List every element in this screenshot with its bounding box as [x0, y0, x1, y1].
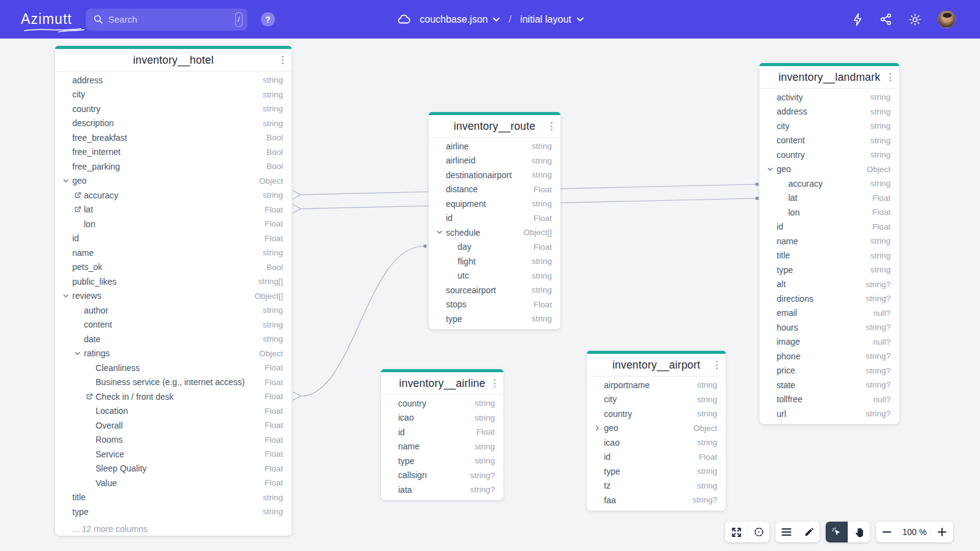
column-row[interactable]: citystring [55, 88, 292, 102]
column-row[interactable]: addressstring [760, 105, 899, 119]
column-row[interactable]: scheduleObject[] [429, 225, 560, 240]
column-row[interactable]: citystring [587, 392, 726, 407]
column-row[interactable]: sourceairportstring [429, 283, 560, 298]
table-header[interactable]: inventory__landmark [760, 66, 899, 89]
column-row[interactable]: descriptionstring [55, 116, 292, 131]
table-header[interactable]: inventory__airline [381, 372, 503, 395]
column-row[interactable]: ValueFloat [55, 476, 292, 490]
column-row[interactable]: directionsstring? [760, 291, 899, 306]
column-row[interactable]: imagenull? [760, 335, 899, 350]
share-icon[interactable] [880, 13, 892, 26]
column-row[interactable]: countrystring [381, 396, 503, 411]
column-row[interactable]: airportnamestring [587, 378, 726, 392]
column-row[interactable]: RoomsFloat [55, 433, 292, 448]
column-row[interactable]: geoObject [760, 162, 899, 177]
column-row[interactable]: countrystring [587, 407, 726, 421]
column-row[interactable]: icaostring [381, 411, 503, 425]
layout-selector[interactable]: initial layout [520, 14, 584, 25]
chevron-down-icon[interactable] [62, 293, 69, 299]
column-row[interactable]: citystring [760, 119, 899, 133]
table-header[interactable]: inventory__hotel [55, 49, 292, 72]
column-row[interactable]: emailnull? [760, 306, 899, 321]
table-header[interactable]: inventory__route [429, 115, 560, 138]
table-menu-button[interactable] [279, 53, 286, 67]
column-row[interactable]: accuracystring [55, 188, 292, 203]
column-row[interactable]: pets_okBool [55, 260, 292, 275]
search-box[interactable]: / [86, 9, 247, 31]
column-row[interactable]: namestring [55, 246, 292, 260]
table-menu-button[interactable] [548, 119, 555, 133]
column-row[interactable]: accuracystring [760, 176, 899, 191]
list-button[interactable] [775, 522, 797, 542]
column-row[interactable]: lonFloat [55, 217, 292, 231]
column-row[interactable]: Check in / front deskFloat [55, 389, 292, 404]
chevron-down-icon[interactable] [436, 229, 443, 236]
column-row[interactable]: public_likesstring[] [55, 274, 292, 289]
column-row[interactable]: latFloat [55, 203, 292, 217]
zoom-in-button[interactable] [931, 522, 953, 542]
column-row[interactable]: typestring [429, 312, 560, 326]
user-avatar[interactable] [938, 10, 956, 28]
column-row[interactable]: OverallFloat [55, 418, 292, 433]
column-row[interactable]: contentstring [55, 318, 292, 332]
column-row[interactable]: datestring [55, 332, 292, 347]
column-row[interactable]: urlstring? [760, 407, 899, 421]
help-button[interactable]: ? [261, 12, 275, 26]
column-row[interactable]: flightstring [429, 254, 560, 269]
gear-icon[interactable] [908, 13, 922, 26]
column-row[interactable]: callsignstring? [381, 468, 503, 483]
column-row[interactable]: Sleep QualityFloat [55, 462, 292, 476]
search-input[interactable] [108, 14, 230, 24]
table-card-inventory__airport[interactable]: inventory__airportairportnamestringcitys… [587, 351, 726, 511]
table-card-inventory__airline[interactable]: inventory__airlinecountrystringicaostrin… [381, 369, 503, 500]
fit-screen-button[interactable] [725, 522, 747, 542]
column-row[interactable]: idFloat [587, 450, 726, 465]
column-row[interactable]: titlestring [760, 249, 899, 263]
table-menu-button[interactable] [887, 70, 894, 84]
column-row[interactable]: typestring [760, 263, 899, 277]
column-row[interactable]: destinationairportstring [429, 168, 560, 182]
column-row[interactable]: geoObject [587, 421, 726, 436]
column-row[interactable]: distanceFloat [429, 182, 560, 197]
zoom-out-button[interactable] [876, 522, 898, 542]
column-row[interactable]: free_parkingBool [55, 159, 292, 174]
table-card-inventory__route[interactable]: inventory__routeairlinestringairlineidst… [429, 112, 560, 329]
column-row[interactable]: tzstring [587, 479, 726, 493]
column-row[interactable]: CleanlinessFloat [55, 361, 292, 375]
column-row[interactable]: idFloat [55, 231, 292, 246]
column-row[interactable]: airlineidstring [429, 154, 560, 168]
column-row[interactable]: tollfreenull? [760, 392, 899, 407]
column-row[interactable]: countrystring [55, 102, 292, 116]
column-row[interactable]: contentstring [760, 133, 899, 148]
zoom-level[interactable]: 100 % [898, 522, 931, 542]
pencil-button[interactable] [797, 522, 820, 542]
diagram-canvas[interactable]: inventory__hoteladdressstringcitystringc… [0, 39, 980, 551]
column-row[interactable]: countrystring [760, 148, 899, 162]
column-row[interactable]: typestring [55, 504, 292, 519]
column-row[interactable]: hoursstring? [760, 320, 899, 335]
table-menu-button[interactable] [491, 377, 498, 390]
column-row[interactable]: altstring? [760, 277, 899, 292]
project-selector[interactable]: couchbase.json [420, 14, 500, 25]
column-row[interactable]: airlinestring [429, 139, 560, 154]
column-row[interactable]: idFloat [381, 425, 503, 440]
table-header[interactable]: inventory__airport [587, 354, 726, 377]
column-row[interactable]: idFloat [429, 211, 560, 226]
chevron-down-icon[interactable] [767, 166, 774, 173]
column-row[interactable]: namestring [381, 440, 503, 454]
table-card-inventory__hotel[interactable]: inventory__hoteladdressstringcitystringc… [55, 46, 292, 536]
column-row[interactable]: activitystring [760, 90, 899, 105]
column-row[interactable]: phonestring? [760, 349, 899, 364]
column-row[interactable]: typestring [587, 464, 726, 479]
column-row[interactable]: free_internetBool [55, 145, 292, 160]
chevron-right-icon[interactable] [594, 425, 601, 432]
column-row[interactable]: namestring [760, 234, 899, 249]
column-row[interactable]: faastring? [587, 493, 726, 508]
column-row[interactable]: geoObject [55, 174, 292, 189]
hidden-columns-toggle[interactable]: ... 12 more columns [55, 522, 292, 536]
column-row[interactable]: typestring [381, 454, 503, 468]
column-row[interactable]: LocationFloat [55, 404, 292, 419]
column-row[interactable]: lonFloat [760, 205, 899, 220]
column-row[interactable]: iatastring? [381, 482, 503, 497]
column-row[interactable]: statestring? [760, 378, 899, 392]
